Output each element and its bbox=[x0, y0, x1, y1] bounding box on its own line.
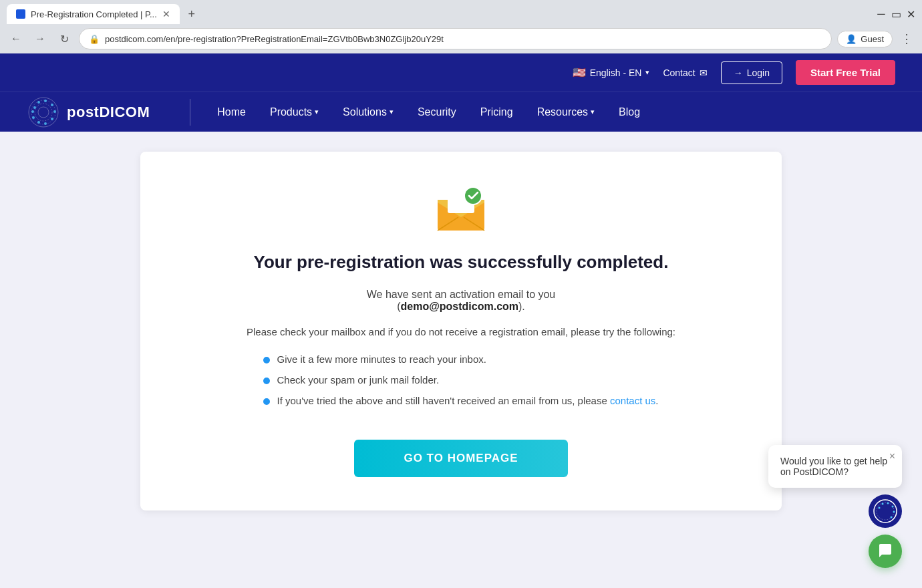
chat-avatar-icon bbox=[873, 499, 897, 523]
success-card: Your pre-registration was successfully c… bbox=[140, 152, 782, 510]
contact-label: Contact bbox=[663, 67, 695, 78]
chat-close-icon[interactable]: × bbox=[889, 450, 895, 462]
bullet-item-2: Check your spam or junk mail folder. bbox=[263, 374, 658, 386]
start-free-trial-button[interactable]: Start Free Trial bbox=[796, 60, 895, 85]
forward-button[interactable]: → bbox=[31, 29, 49, 48]
browser-tab[interactable]: Pre-Registration Completed | P... ✕ bbox=[7, 4, 180, 24]
svg-point-11 bbox=[37, 121, 40, 124]
tab-close-icon[interactable]: ✕ bbox=[162, 9, 170, 19]
top-bar: 🇺🇸 English - EN ▾ Contact ✉ → Login Star… bbox=[0, 53, 922, 92]
email-success-icon-wrap bbox=[194, 185, 728, 236]
svg-point-20 bbox=[879, 507, 881, 509]
profile-icon: 👤 bbox=[846, 34, 857, 44]
nav-divider bbox=[190, 99, 190, 126]
maximize-icon[interactable]: ▭ bbox=[891, 9, 901, 19]
bullet-dot-2 bbox=[263, 378, 270, 384]
language-selector[interactable]: 🇺🇸 English - EN ▾ bbox=[573, 66, 650, 79]
resources-chevron-icon: ▾ bbox=[591, 108, 595, 116]
svg-point-10 bbox=[44, 122, 47, 125]
svg-point-12 bbox=[32, 116, 35, 119]
nav-blog[interactable]: Blog bbox=[619, 106, 640, 118]
activation-text: We have sent an activation email to you … bbox=[194, 289, 728, 313]
browser-frame: Pre-Registration Completed | P... ✕ + ─ … bbox=[0, 0, 922, 53]
nav-pricing[interactable]: Pricing bbox=[480, 106, 513, 118]
contact-us-link[interactable]: contact us bbox=[610, 395, 655, 406]
logo-text: postDICOM bbox=[67, 104, 150, 121]
bullet-item-1: Give it a few more minutes to reach your… bbox=[263, 353, 658, 365]
new-tab-button[interactable]: + bbox=[182, 5, 201, 23]
bullet-item-3: If you've tried the above and still have… bbox=[263, 395, 658, 406]
login-icon: → bbox=[734, 67, 743, 78]
browser-titlebar: Pre-Registration Completed | P... ✕ + ─ … bbox=[0, 0, 922, 24]
chat-avatar[interactable] bbox=[869, 494, 902, 528]
nav-solutions[interactable]: Solutions ▾ bbox=[343, 106, 394, 118]
email-success-icon bbox=[434, 185, 488, 233]
login-label: Login bbox=[747, 67, 770, 78]
email-address: demo@postdicom.com bbox=[401, 301, 519, 312]
chat-widget: × Would you like to get help on PostDICO… bbox=[768, 445, 902, 568]
nav-resources[interactable]: Resources ▾ bbox=[537, 106, 595, 118]
lang-chevron-icon: ▾ bbox=[645, 68, 649, 77]
products-chevron-icon: ▾ bbox=[315, 108, 319, 116]
svg-point-22 bbox=[887, 502, 889, 504]
url-text: postdicom.com/en/pre-registration?PreReg… bbox=[105, 34, 822, 44]
logo[interactable]: postDICOM bbox=[27, 96, 150, 129]
chat-popup: × Would you like to get help on PostDICO… bbox=[768, 445, 902, 488]
window-controls: ─ ▭ ✕ bbox=[877, 9, 915, 19]
login-button[interactable]: → Login bbox=[721, 61, 782, 84]
svg-point-13 bbox=[31, 110, 34, 113]
address-bar[interactable]: 🔒 postdicom.com/en/pre-registration?PreR… bbox=[79, 28, 832, 49]
minimize-icon[interactable]: ─ bbox=[877, 9, 886, 19]
browser-toolbar: ← → ↻ 🔒 postdicom.com/en/pre-registratio… bbox=[0, 24, 922, 53]
go-to-homepage-button[interactable]: GO TO HOMEPAGE bbox=[354, 440, 568, 477]
bullet-dot-3 bbox=[263, 398, 270, 405]
nav-products[interactable]: Products ▾ bbox=[270, 106, 319, 118]
lock-icon: 🔒 bbox=[89, 34, 100, 44]
svg-point-25 bbox=[891, 517, 893, 519]
site-header: 🇺🇸 English - EN ▾ Contact ✉ → Login Star… bbox=[0, 53, 922, 132]
profile-label: Guest bbox=[861, 34, 884, 44]
tab-favicon bbox=[16, 9, 25, 19]
svg-point-23 bbox=[892, 506, 894, 508]
solutions-chevron-icon: ▾ bbox=[390, 108, 394, 116]
svg-point-6 bbox=[44, 100, 47, 102]
nav-links: Home Products ▾ Solutions ▾ Security Pri… bbox=[217, 106, 640, 118]
success-title: Your pre-registration was successfully c… bbox=[194, 252, 728, 273]
chat-open-button[interactable] bbox=[869, 535, 902, 568]
refresh-button[interactable]: ↻ bbox=[55, 29, 73, 48]
svg-point-24 bbox=[893, 511, 895, 513]
lang-label: English - EN bbox=[590, 67, 642, 78]
contact-mail-icon: ✉ bbox=[700, 67, 708, 78]
nav-home[interactable]: Home bbox=[217, 106, 246, 118]
nav-security[interactable]: Security bbox=[418, 106, 456, 118]
profile-button[interactable]: 👤 Guest bbox=[837, 31, 893, 47]
svg-point-7 bbox=[51, 104, 53, 106]
svg-point-21 bbox=[882, 503, 884, 505]
contact-link[interactable]: Contact ✉ bbox=[663, 67, 707, 78]
back-button[interactable]: ← bbox=[7, 29, 25, 48]
svg-point-17 bbox=[465, 188, 481, 204]
tab-title: Pre-Registration Completed | P... bbox=[31, 9, 157, 19]
svg-point-5 bbox=[37, 101, 40, 104]
bullet-dot-1 bbox=[263, 357, 270, 363]
logo-icon bbox=[27, 96, 60, 129]
browser-menu-icon[interactable]: ⋮ bbox=[898, 29, 915, 49]
close-icon[interactable]: ✕ bbox=[906, 9, 915, 19]
instruction-text: Please check your mailbox and if you do … bbox=[194, 326, 728, 337]
nav-bar: postDICOM Home Products ▾ Solutions ▾ Se… bbox=[0, 92, 922, 132]
bullet-list: Give it a few more minutes to reach your… bbox=[263, 353, 658, 416]
flag-icon: 🇺🇸 bbox=[573, 66, 586, 79]
chat-bubble-icon bbox=[877, 543, 894, 560]
svg-point-4 bbox=[33, 106, 36, 109]
svg-point-8 bbox=[53, 110, 56, 113]
svg-point-9 bbox=[51, 118, 53, 120]
chat-popup-text: Would you like to get help on PostDICOM? bbox=[780, 456, 887, 477]
